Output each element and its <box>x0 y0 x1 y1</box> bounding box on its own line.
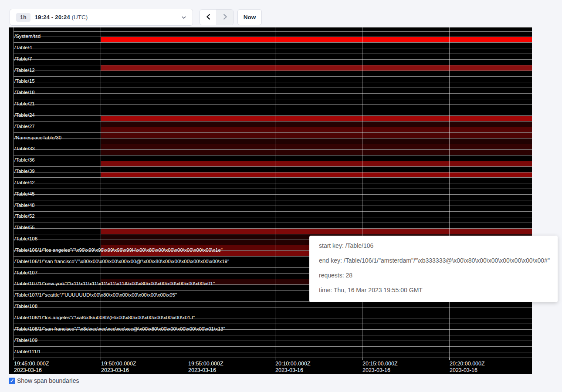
span-boundary-line <box>14 223 532 223</box>
row-label: /Table/12 <box>14 68 35 73</box>
span-boundary-line <box>14 37 532 37</box>
toolbar: 1h 19:24 - 20:24 (UTC) Now <box>0 0 562 27</box>
span-boundary-line <box>14 211 532 212</box>
tooltip-requests: requests: 28 <box>319 268 548 283</box>
axis-tick <box>362 358 362 360</box>
span-boundary-line <box>14 31 532 32</box>
axis-tick-label: 19:50:00.000Z2023-03-16 <box>101 361 136 374</box>
chevron-down-icon <box>181 15 186 20</box>
time-gridline <box>449 27 450 358</box>
heat-band <box>101 139 532 144</box>
row-label: /System/tsd <box>14 34 41 39</box>
heat-band <box>101 150 532 155</box>
time-range-dropdown[interactable]: 1h 19:24 - 20:24 (UTC) <box>10 9 193 26</box>
time-gridline <box>101 27 101 358</box>
row-label: /Table/48 <box>14 203 35 208</box>
axis-tick <box>188 358 188 360</box>
tooltip-start-key: start key: /Table/106 <box>319 238 548 253</box>
row-label: /Table/45 <box>14 191 35 196</box>
chevron-left-icon <box>205 14 212 21</box>
row-label: /Table/107/1/"seattle"/"UUUUUUD\x00\x80\… <box>14 292 177 297</box>
span-boundary-line <box>14 335 532 335</box>
span-boundary-line <box>14 341 532 341</box>
axis-tick-label: 19:45:00.000Z2023-03-16 <box>14 361 49 374</box>
row-label: /Table/106 <box>14 236 37 241</box>
axis-tick <box>14 358 14 360</box>
row-label: /Table/108/1/"los angeles"/"\xa8\xf5\u00… <box>14 315 195 320</box>
span-boundary-line <box>14 121 532 122</box>
row-label: /Table/27 <box>14 124 35 129</box>
row-label: /Table/7 <box>14 56 32 61</box>
span-boundary-line <box>14 110 532 110</box>
next-time-button[interactable] <box>217 10 233 25</box>
span-boundary-line <box>14 132 532 133</box>
heat-band <box>101 172 532 178</box>
row-label: /Table/55 <box>14 225 35 230</box>
time-gridline <box>188 27 188 358</box>
row-label: /Table/36 <box>14 157 35 162</box>
span-boundary-line <box>14 99 532 99</box>
heat-band <box>101 133 532 138</box>
span-boundary-line <box>14 234 532 234</box>
time-gridline <box>275 27 275 358</box>
span-boundary-line <box>14 217 532 217</box>
time-range-label: 19:24 - 20:24 (UTC) <box>35 14 88 20</box>
show-span-boundaries-checkbox[interactable]: ✓ <box>9 378 15 384</box>
axis-tick-label: 20:10:00.000Z2023-03-16 <box>275 361 311 374</box>
row-label: /Table/15 <box>14 78 35 84</box>
row-label: /Table/4 <box>14 45 32 50</box>
span-boundary-line <box>14 307 532 308</box>
span-boundary-line <box>14 228 532 229</box>
row-label: /Table/42 <box>14 180 35 185</box>
row-label: /Table/108/1/"san francisco"/"\x8c\xcc\x… <box>14 326 225 331</box>
row-label: /Table/106/1/"los angeles"/"\x99\x99\x99… <box>14 247 223 253</box>
axis-tick <box>449 358 450 360</box>
axis-tick <box>275 358 275 360</box>
span-boundary-line <box>14 149 532 150</box>
span-boundary-line <box>14 104 532 105</box>
span-boundary-line <box>14 177 532 178</box>
heatmap-canvas[interactable]: /System/tsd/Table/4/Table/7/Table/12/Tab… <box>9 27 532 374</box>
axis-tick <box>101 358 101 360</box>
span-boundary-line <box>14 42 532 43</box>
time-range-utc: (UTC) <box>71 14 88 20</box>
span-boundary-line <box>14 346 532 347</box>
tooltip: start key: /Table/106 end key: /Table/10… <box>309 236 558 302</box>
row-label: /Table/107 <box>14 270 37 275</box>
time-range-text: 19:24 - 20:24 <box>35 14 70 20</box>
span-boundary-line <box>14 88 532 88</box>
time-range-badge: 1h <box>16 13 30 22</box>
span-boundary-line <box>14 59 532 60</box>
prev-time-button[interactable] <box>200 10 217 25</box>
span-boundary-line <box>14 161 532 161</box>
span-boundary-line <box>14 189 532 189</box>
span-boundary-line <box>14 194 532 195</box>
span-boundary-line <box>14 76 532 77</box>
span-boundary-line <box>14 200 532 200</box>
show-span-boundaries-label: Show span boundaries <box>17 377 79 384</box>
span-boundary-line <box>14 324 532 324</box>
heat-band <box>101 116 532 121</box>
span-boundary-line <box>14 313 532 313</box>
row-label: /Table/106/1/"san francisco"/"\x80\x00\x… <box>14 259 229 264</box>
span-boundary-line <box>14 48 532 48</box>
axis-tick-label: 19:55:00.000Z2023-03-16 <box>188 361 223 374</box>
span-boundary-line <box>14 352 532 352</box>
row-label: /Table/108 <box>14 304 37 309</box>
span-boundary-line <box>14 144 532 144</box>
span-boundary-line <box>14 115 532 116</box>
heat-band <box>101 37 532 42</box>
row-label: /Table/109 <box>14 338 37 343</box>
heat-band <box>101 122 532 127</box>
span-boundary-line <box>14 172 532 172</box>
span-boundary-line <box>14 183 532 183</box>
tooltip-time: time: Thu, 16 Mar 2023 19:55:00 GMT <box>319 283 548 297</box>
now-button[interactable]: Now <box>237 9 262 25</box>
row-label: /NamespaceTable/30 <box>14 135 61 140</box>
span-boundary-line <box>14 206 532 206</box>
time-nav-group <box>200 9 234 25</box>
span-boundary-line <box>14 358 532 358</box>
axis-tick-label: 20:20:00.000Z2023-03-16 <box>450 361 485 374</box>
span-boundary-line <box>14 93 532 94</box>
span-boundary-line <box>14 82 532 82</box>
